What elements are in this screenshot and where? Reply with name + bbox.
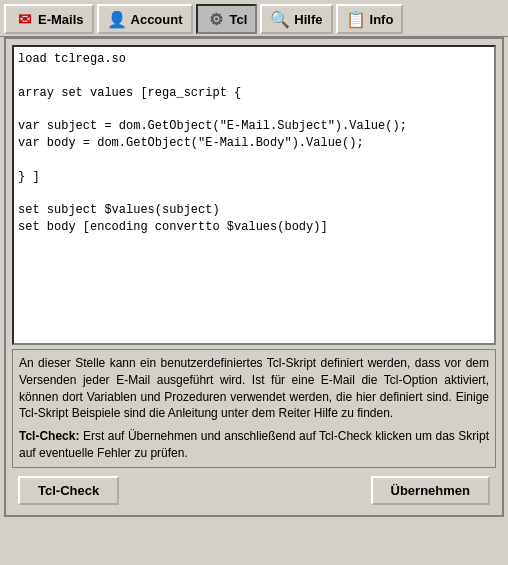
- tab-tcl-label: Tcl: [230, 12, 248, 27]
- search-icon: 🔍: [270, 9, 290, 29]
- tab-hilfe[interactable]: 🔍 Hilfe: [260, 4, 332, 34]
- email-icon: ✉: [14, 9, 34, 29]
- main-content-outer: An dieser Stelle kann ein benutzerdefini…: [4, 37, 504, 517]
- description-area: An dieser Stelle kann ein benutzerdefini…: [12, 349, 496, 468]
- code-editor[interactable]: [12, 45, 496, 345]
- description-main: An dieser Stelle kann ein benutzerdefini…: [19, 355, 489, 422]
- bottom-bar: Tcl-Check Übernehmen: [12, 472, 496, 509]
- check-label: Tcl-Check:: [19, 429, 79, 443]
- main-content: An dieser Stelle kann ein benutzerdefini…: [6, 39, 502, 515]
- gear-icon: ⚙: [206, 9, 226, 29]
- tab-emails-label: E-Mails: [38, 12, 84, 27]
- tab-emails[interactable]: ✉ E-Mails: [4, 4, 94, 34]
- account-icon: 👤: [107, 9, 127, 29]
- check-text: Erst auf Übernehmen und anschließend auf…: [19, 429, 489, 460]
- tab-tcl[interactable]: ⚙ Tcl: [196, 4, 258, 34]
- tcl-check-button[interactable]: Tcl-Check: [18, 476, 119, 505]
- info-icon: 📋: [346, 9, 366, 29]
- tab-account-label: Account: [131, 12, 183, 27]
- tab-info[interactable]: 📋 Info: [336, 4, 404, 34]
- tab-info-label: Info: [370, 12, 394, 27]
- ubernehmen-button[interactable]: Übernehmen: [371, 476, 490, 505]
- tab-account[interactable]: 👤 Account: [97, 4, 193, 34]
- navigation-bar: ✉ E-Mails 👤 Account ⚙ Tcl 🔍 Hilfe 📋 Info: [0, 0, 508, 37]
- tab-hilfe-label: Hilfe: [294, 12, 322, 27]
- description-check: Tcl-Check: Erst auf Übernehmen und ansch…: [19, 428, 489, 462]
